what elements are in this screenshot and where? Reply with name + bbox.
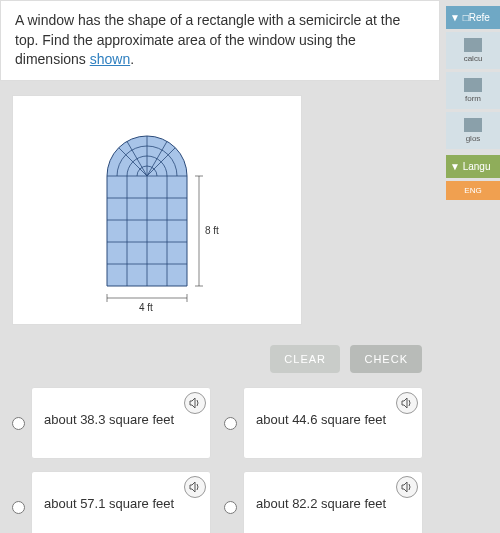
- speaker-icon[interactable]: [184, 392, 206, 414]
- figure-panel: 8 ft 4 ft: [12, 95, 302, 325]
- option-3[interactable]: about 57.1 square feet: [12, 471, 212, 533]
- sidebar: ▼ □Refe calcu form glos ▼ Langu ENG: [446, 0, 500, 200]
- option-1-label: about 38.3 square feet: [44, 412, 174, 427]
- option-4[interactable]: about 82.2 square feet: [224, 471, 424, 533]
- formulas-item[interactable]: form: [446, 72, 500, 109]
- clear-button[interactable]: CLEAR: [270, 345, 340, 373]
- option-2-label: about 44.6 square feet: [256, 412, 386, 427]
- option-1[interactable]: about 38.3 square feet: [12, 387, 212, 459]
- question-part2: .: [130, 51, 134, 67]
- option-4-radio[interactable]: [224, 501, 237, 514]
- formula-icon: [464, 78, 482, 92]
- speaker-icon[interactable]: [396, 476, 418, 498]
- option-3-label: about 57.1 square feet: [44, 496, 174, 511]
- check-button[interactable]: CHECK: [350, 345, 422, 373]
- glossary-icon: [464, 118, 482, 132]
- glossary-item[interactable]: glos: [446, 112, 500, 149]
- speaker-icon[interactable]: [396, 392, 418, 414]
- references-panel[interactable]: ▼ □Refe: [446, 6, 500, 29]
- english-button[interactable]: ENG: [446, 181, 500, 200]
- option-1-radio[interactable]: [12, 417, 25, 430]
- option-3-radio[interactable]: [12, 501, 25, 514]
- option-4-label: about 82.2 square feet: [256, 496, 386, 511]
- speaker-icon[interactable]: [184, 476, 206, 498]
- height-label: 8 ft: [205, 225, 219, 236]
- option-2[interactable]: about 44.6 square feet: [224, 387, 424, 459]
- width-label: 4 ft: [139, 302, 153, 313]
- question-text: A window has the shape of a rectangle wi…: [0, 0, 440, 81]
- question-part1: A window has the shape of a rectangle wi…: [15, 12, 400, 67]
- language-panel[interactable]: ▼ Langu: [446, 155, 500, 178]
- calculator-item[interactable]: calcu: [446, 32, 500, 69]
- shown-link[interactable]: shown: [90, 51, 130, 67]
- option-2-radio[interactable]: [224, 417, 237, 430]
- answer-options: about 38.3 square feet about 44.6 square…: [0, 379, 440, 533]
- window-figure: 8 ft 4 ft: [67, 116, 247, 316]
- calculator-icon: [464, 38, 482, 52]
- action-buttons: CLEAR CHECK: [0, 339, 440, 379]
